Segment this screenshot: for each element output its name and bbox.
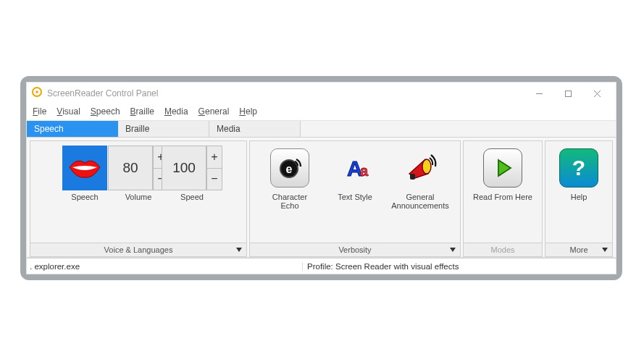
status-bar: . explorer.exe Profile: Screen Reader wi… xyxy=(27,258,616,274)
announce-label: General Announcements xyxy=(391,193,449,210)
speed-value: 100 xyxy=(172,160,196,176)
group-verbosity: e Character Echo A a Text Style xyxy=(249,140,461,257)
speech-label: Speech xyxy=(71,193,98,210)
item-text-style[interactable]: A a Text Style xyxy=(324,146,386,210)
maximize-button[interactable] xyxy=(553,83,582,104)
voice-footer-label: Voice & Languages xyxy=(104,245,173,254)
menu-general[interactable]: General xyxy=(198,106,230,117)
menu-help[interactable]: Help xyxy=(239,106,257,117)
chevron-down-icon xyxy=(236,248,242,252)
item-help[interactable]: ? Help xyxy=(553,146,604,210)
help-label: Help xyxy=(571,193,587,210)
tab-media[interactable]: Media xyxy=(209,121,301,137)
svg-point-1 xyxy=(35,90,38,93)
svg-rect-3 xyxy=(565,90,571,96)
item-speed: 100 + − Speed xyxy=(167,146,217,210)
close-button[interactable] xyxy=(582,83,611,104)
svg-point-10 xyxy=(422,159,431,174)
menu-bar: File Visual Speech Braille Media General… xyxy=(27,104,616,120)
voice-footer[interactable]: Voice & Languages xyxy=(30,243,246,256)
item-char-echo[interactable]: e Character Echo xyxy=(259,146,321,210)
modes-footer: Modes xyxy=(464,243,542,256)
verbosity-footer-label: Verbosity xyxy=(338,245,371,254)
chevron-down-icon xyxy=(450,248,456,252)
lips-icon xyxy=(62,146,107,190)
svg-text:a: a xyxy=(360,163,369,179)
play-icon xyxy=(483,148,522,188)
speed-up-button[interactable]: + xyxy=(207,146,222,169)
more-footer-label: More xyxy=(569,245,587,254)
volume-label: Volume xyxy=(125,193,152,210)
volume-value: 80 xyxy=(122,160,138,176)
text-style-icon: A a xyxy=(335,148,375,188)
speed-down-button[interactable]: − xyxy=(207,169,222,190)
tab-strip: Speech Braille Media xyxy=(27,120,616,138)
item-announcements[interactable]: General Announcements xyxy=(389,146,451,210)
more-footer[interactable]: More xyxy=(545,243,612,256)
svg-text:?: ? xyxy=(572,156,585,180)
question-icon: ? xyxy=(559,148,598,188)
menu-braille[interactable]: Braille xyxy=(130,106,154,117)
group-voice: Speech 80 + − Volume xyxy=(30,140,247,257)
megaphone-icon xyxy=(401,148,440,188)
svg-rect-11 xyxy=(410,174,415,180)
app-window: ScreenReader Control Panel File Visual S… xyxy=(26,82,616,274)
svg-text:e: e xyxy=(286,163,293,175)
menu-file[interactable]: File xyxy=(33,106,46,117)
svg-marker-12 xyxy=(498,160,511,176)
item-speech[interactable]: Speech xyxy=(59,146,110,210)
status-left: . explorer.exe xyxy=(27,262,302,271)
read-label: Read From Here xyxy=(473,193,532,210)
speed-value-box: 100 xyxy=(162,146,206,190)
window-title: ScreenReader Control Panel xyxy=(47,88,158,98)
modes-footer-label: Modes xyxy=(490,245,514,254)
tab-braille[interactable]: Braille xyxy=(118,121,209,137)
verbosity-footer[interactable]: Verbosity xyxy=(250,243,460,256)
group-more: ? Help More xyxy=(545,140,613,257)
tab-speech[interactable]: Speech xyxy=(27,121,118,137)
menu-speech[interactable]: Speech xyxy=(91,106,120,117)
menu-media[interactable]: Media xyxy=(164,106,188,117)
item-volume: 80 + − Volume xyxy=(113,146,164,210)
window-bezel: ScreenReader Control Panel File Visual S… xyxy=(20,76,622,280)
item-read-from-here[interactable]: Read From Here xyxy=(472,146,534,210)
text-style-label: Text Style xyxy=(338,193,372,210)
echo-icon: e xyxy=(270,148,309,188)
char-echo-label: Character Echo xyxy=(272,193,307,210)
chevron-down-icon xyxy=(602,248,608,252)
speed-label: Speed xyxy=(180,193,204,210)
title-bar: ScreenReader Control Panel xyxy=(27,83,616,104)
volume-value-box: 80 xyxy=(108,146,153,190)
ribbon: Speech 80 + − Volume xyxy=(27,138,616,258)
group-modes: Read From Here Modes xyxy=(463,140,543,257)
menu-visual[interactable]: Visual xyxy=(57,106,80,117)
app-frame: ScreenReader Control Panel File Visual S… xyxy=(0,0,644,362)
status-right: Profile: Screen Reader with visual effec… xyxy=(302,262,600,271)
speed-stepper: + − xyxy=(206,146,222,190)
minimize-button[interactable] xyxy=(524,83,553,104)
app-icon xyxy=(31,86,43,101)
